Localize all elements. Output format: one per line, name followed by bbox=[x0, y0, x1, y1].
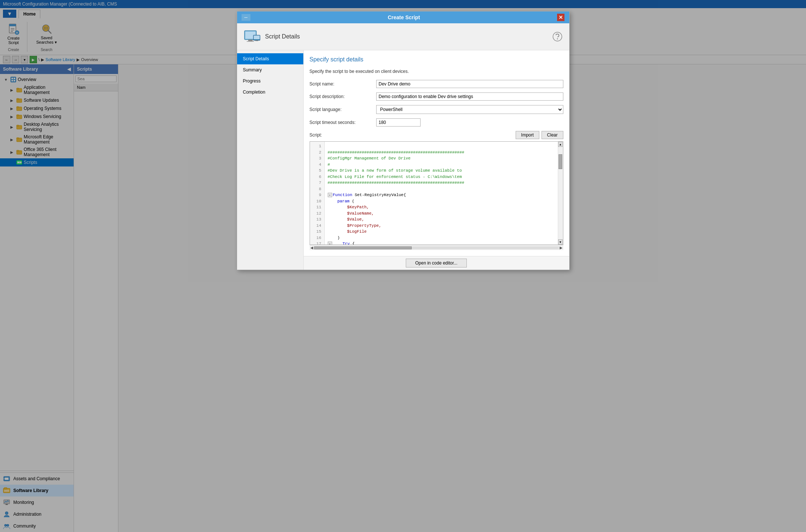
script-name-input[interactable] bbox=[376, 80, 563, 88]
dialog-main: Specify script details Specify the scrip… bbox=[304, 64, 569, 256]
form-label-script-lang: Script language: bbox=[310, 107, 376, 112]
dialog-nav-completion[interactable]: Completion bbox=[237, 87, 303, 98]
dialog-nav-summary[interactable]: Summary bbox=[237, 64, 303, 75]
form-label-script-name: Script name: bbox=[310, 81, 376, 87]
import-button[interactable]: Import bbox=[516, 131, 539, 139]
script-field-label: Script: bbox=[310, 132, 322, 138]
hscroll-left-button[interactable]: ◀ bbox=[310, 246, 313, 250]
script-timeout-input[interactable] bbox=[376, 118, 421, 127]
scroll-up-button[interactable]: ▲ bbox=[558, 142, 563, 147]
code-scrollbar[interactable]: ▲ ▼ bbox=[558, 142, 563, 245]
hscroll-right-button[interactable]: ▶ bbox=[560, 246, 563, 250]
dialog-content-area: Specify script details Specify the scrip… bbox=[304, 64, 569, 270]
app-container: Microsoft Configuration Manager (Connect… bbox=[0, 0, 806, 532]
scroll-thumb[interactable] bbox=[559, 154, 562, 169]
script-buttons: Import Clear bbox=[516, 131, 563, 139]
script-desc-input[interactable] bbox=[376, 92, 563, 101]
dialog-nav: Script Details Summary Progress Completi… bbox=[237, 64, 304, 270]
code-editor[interactable]: 1 2 3 4 5 6 7 8 9 10 bbox=[310, 141, 563, 245]
open-editor-button[interactable]: Open in code editor... bbox=[406, 259, 466, 267]
form-row-script-name: Script name: bbox=[310, 80, 563, 88]
dialog-overlay: ─ Create Script ✕ bbox=[0, 64, 806, 532]
clear-button[interactable]: Clear bbox=[542, 131, 563, 139]
form-row-script-desc: Script description: bbox=[310, 92, 563, 101]
form-label-script-timeout: Script timeout seconds: bbox=[310, 120, 376, 125]
code-line-numbers: 1 2 3 4 5 6 7 8 9 10 bbox=[310, 142, 325, 245]
dialog-description: Specify the script to be executed on cli… bbox=[310, 69, 563, 74]
form-row-script-timeout: Script timeout seconds: bbox=[310, 118, 563, 127]
script-label-row: Script: Import Clear bbox=[310, 131, 563, 139]
dialog-body: Script Details Summary Progress Completi… bbox=[237, 64, 569, 270]
hscroll-track bbox=[314, 246, 559, 249]
form-row-script-lang: Script language: PowerShell bbox=[310, 105, 563, 114]
main-area: Software Library ◀ ▼ Overview ▶ bbox=[0, 64, 806, 532]
form-label-script-desc: Script description: bbox=[310, 94, 376, 99]
hscroll-thumb[interactable] bbox=[314, 246, 412, 249]
code-hscroll: ◀ ▶ bbox=[310, 245, 563, 250]
dialog-bottom: Open in code editor... bbox=[304, 256, 569, 270]
script-lang-select[interactable]: PowerShell bbox=[376, 105, 563, 114]
dialog: ─ Create Script ✕ bbox=[237, 64, 570, 270]
scroll-down-button[interactable]: ▼ bbox=[558, 239, 563, 245]
code-content: ########################################… bbox=[325, 142, 558, 245]
dialog-nav-progress[interactable]: Progress bbox=[237, 75, 303, 87]
